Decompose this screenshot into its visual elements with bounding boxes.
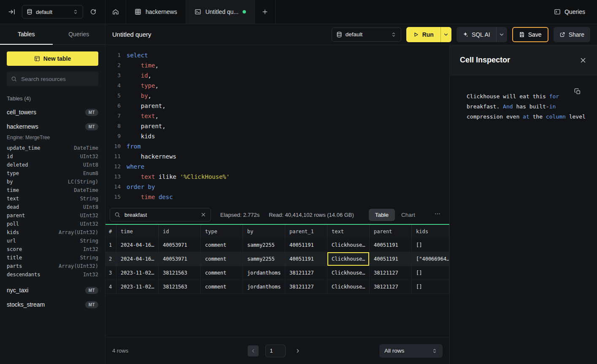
table-cell[interactable]: [] xyxy=(412,266,449,280)
table-cell[interactable]: 38121127 xyxy=(370,266,412,280)
table-cell[interactable]: Clickhouse… xyxy=(327,238,370,252)
table-cell[interactable]: [] xyxy=(412,280,449,294)
ellipsis-icon xyxy=(434,210,441,217)
previous-page-button[interactable] xyxy=(248,345,259,356)
table-cell[interactable]: comment xyxy=(201,266,243,280)
page-number-input[interactable] xyxy=(265,345,286,357)
table-cell[interactable]: comment xyxy=(201,238,243,252)
column-row-dead[interactable]: deadUInt8 xyxy=(0,203,105,211)
sql-ai-options-button[interactable] xyxy=(496,27,507,42)
page-size-selector[interactable]: All rows xyxy=(379,344,443,358)
column-header-rownum[interactable]: # xyxy=(105,225,116,238)
sql-editor[interactable]: 1select2 time,3 id,4 type,5 by,6 parent,… xyxy=(105,45,449,205)
next-page-button[interactable] xyxy=(292,348,303,354)
table-cell[interactable]: 40053971 xyxy=(159,238,201,252)
run-options-button[interactable] xyxy=(440,27,451,42)
chevron-updown-icon xyxy=(432,348,438,354)
table-cell[interactable]: 38121127 xyxy=(285,266,327,280)
column-row-score[interactable]: scoreInt32 xyxy=(0,245,105,253)
refresh-button[interactable] xyxy=(87,6,99,18)
selected-cell[interactable]: Clickhouse… xyxy=(327,252,370,266)
column-row-descendants[interactable]: descendantsInt32 xyxy=(0,270,105,279)
column-header-time[interactable]: time xyxy=(116,225,159,238)
results-search-input[interactable] xyxy=(124,211,197,218)
table-cell[interactable]: sammy2255 xyxy=(243,238,285,252)
collapse-sidebar-button[interactable] xyxy=(6,6,18,18)
table-cell[interactable]: 38121127 xyxy=(285,280,327,294)
table-cell[interactable]: sammy2255 xyxy=(243,252,285,266)
column-row-title[interactable]: titleString xyxy=(0,253,105,262)
column-header-text[interactable]: text xyxy=(327,225,370,238)
table-cell[interactable]: 40051191 xyxy=(370,238,412,252)
table-cell[interactable]: jordanthoms xyxy=(243,280,285,294)
column-row-text[interactable]: textString xyxy=(0,194,105,203)
table-cell[interactable]: 40053971 xyxy=(159,252,201,266)
column-row-parts[interactable]: partsArray(UInt32) xyxy=(0,262,105,270)
column-row-update_time[interactable]: update_timeDateTime xyxy=(0,144,105,152)
column-row-type[interactable]: typeEnum8 xyxy=(0,169,105,178)
table-cell[interactable]: 40051191 xyxy=(285,252,327,266)
search-icon xyxy=(11,76,17,82)
sidebar-table-stocks_stream[interactable]: stocks_streamMT xyxy=(0,297,105,312)
sql-ai-button[interactable]: SQL AI xyxy=(457,27,496,42)
sidebar-search-input[interactable] xyxy=(20,75,94,83)
table-cell[interactable]: comment xyxy=(201,280,243,294)
table-cell[interactable]: 1 xyxy=(105,238,116,252)
clear-search-button[interactable] xyxy=(200,212,206,218)
query-database-selector[interactable]: default xyxy=(332,27,401,42)
column-row-poll[interactable]: pollUInt32 xyxy=(0,220,105,228)
table-cell[interactable]: jordanthoms xyxy=(243,266,285,280)
column-row-by[interactable]: byLC(String) xyxy=(0,178,105,186)
topbar-tab-hackernews[interactable]: hackernews xyxy=(126,0,186,24)
sidebar-tab-queries[interactable]: Queries xyxy=(53,24,105,44)
table-cell[interactable]: 2023-11-02… xyxy=(116,280,159,294)
table-cell[interactable]: 40051191 xyxy=(370,252,412,266)
table-cell[interactable]: 38121127 xyxy=(370,280,412,294)
table-cell[interactable]: 38121563 xyxy=(159,266,201,280)
sidebar-table-hackernews[interactable]: hackernewsMT xyxy=(0,119,105,134)
table-cell[interactable]: ["40066964… xyxy=(412,252,449,266)
new-table-button[interactable]: New table xyxy=(7,51,98,66)
topbar-database-selector[interactable]: default xyxy=(22,5,83,19)
sidebar-tab-tables[interactable]: Tables xyxy=(0,24,53,44)
table-cell[interactable]: 2024-04-16… xyxy=(116,252,159,266)
table-cell[interactable]: 40051191 xyxy=(285,238,327,252)
column-header-id[interactable]: id xyxy=(159,225,201,238)
column-header-type[interactable]: type xyxy=(201,225,243,238)
column-row-id[interactable]: idUInt32 xyxy=(0,152,105,161)
save-button[interactable]: Save xyxy=(512,27,548,42)
column-row-deleted[interactable]: deletedUInt8 xyxy=(0,161,105,169)
share-button[interactable]: Share xyxy=(554,27,590,42)
share-icon xyxy=(559,32,565,38)
table-cell[interactable]: 2 xyxy=(105,252,116,266)
sidebar-table-cell_towers[interactable]: cell_towersMT xyxy=(0,105,105,119)
view-chart-button[interactable]: Chart xyxy=(395,209,421,221)
close-inspector-button[interactable] xyxy=(579,57,587,64)
new-tab-button[interactable] xyxy=(255,0,276,24)
table-cell[interactable]: 2024-04-16… xyxy=(116,238,159,252)
more-options-button[interactable] xyxy=(431,210,444,219)
table-cell[interactable]: 38121563 xyxy=(159,280,201,294)
view-table-button[interactable]: Table xyxy=(369,209,395,221)
column-header-by[interactable]: by xyxy=(243,225,285,238)
topbar-tab-home[interactable] xyxy=(105,0,126,24)
sidebar-table-nyc_taxi[interactable]: nyc_taxiMT xyxy=(0,283,105,297)
table-cell[interactable]: 4 xyxy=(105,280,116,294)
column-header-parent[interactable]: parent xyxy=(370,225,412,238)
queries-button[interactable]: Queries xyxy=(551,8,588,16)
topbar-tab-untitled-qu[interactable]: Untitled qu... xyxy=(186,0,255,24)
table-cell[interactable]: 3 xyxy=(105,266,116,280)
column-row-parent[interactable]: parentUInt32 xyxy=(0,211,105,220)
table-cell[interactable]: 2023-11-02… xyxy=(116,266,159,280)
table-cell[interactable]: [] xyxy=(412,238,449,252)
column-row-time[interactable]: timeDateTime xyxy=(0,186,105,194)
table-cell[interactable]: comment xyxy=(201,252,243,266)
table-cell[interactable]: Clickhouse… xyxy=(327,266,370,280)
copy-cell-button[interactable] xyxy=(574,88,581,95)
column-row-kids[interactable]: kidsArray(UInt32) xyxy=(0,228,105,237)
column-header-parent_1[interactable]: parent_1 xyxy=(285,225,327,238)
column-header-kids[interactable]: kids xyxy=(412,225,449,238)
run-button[interactable]: Run xyxy=(406,27,440,42)
table-cell[interactable]: Clickhouse… xyxy=(327,280,370,294)
column-row-url[interactable]: urlString xyxy=(0,237,105,245)
